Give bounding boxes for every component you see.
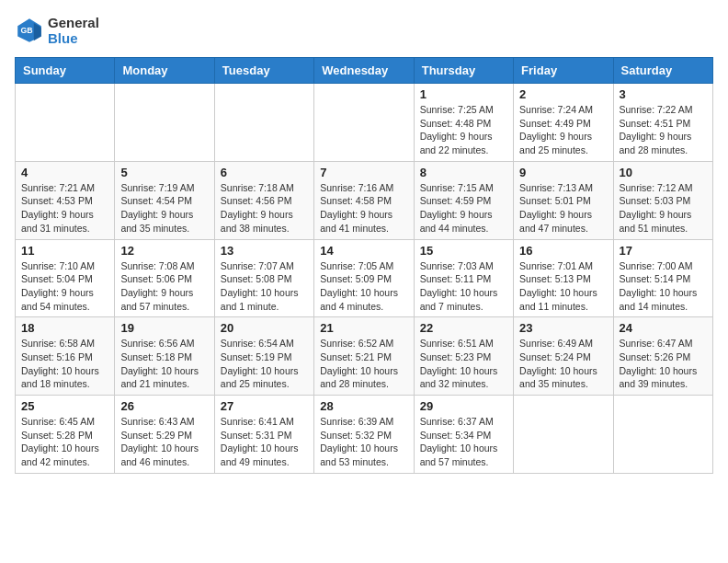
day-info: Sunrise: 6:51 AM Sunset: 5:23 PM Dayligh… [420,337,507,391]
calendar-cell: 24Sunrise: 6:47 AM Sunset: 5:26 PM Dayli… [613,317,712,396]
day-info: Sunrise: 7:12 AM Sunset: 5:03 PM Dayligh… [620,181,707,236]
logo: GB General Blue [15,15,99,46]
col-header-monday: Monday [115,58,214,84]
day-number: 22 [420,321,507,335]
day-info: Sunrise: 7:22 AM Sunset: 4:51 PM Dayligh… [620,103,707,157]
col-header-saturday: Saturday [613,58,712,84]
col-header-wednesday: Wednesday [314,58,414,84]
day-number: 7 [320,166,407,179]
calendar-week-row: 4Sunrise: 7:21 AM Sunset: 4:53 PM Daylig… [16,161,713,239]
page-header: GB General Blue [15,15,713,46]
calendar-cell: 2Sunrise: 7:24 AM Sunset: 4:49 PM Daylig… [514,84,613,162]
calendar-cell [514,396,613,474]
calendar-cell: 3Sunrise: 7:22 AM Sunset: 4:51 PM Daylig… [613,84,712,162]
day-info: Sunrise: 7:10 AM Sunset: 5:04 PM Dayligh… [21,259,108,314]
day-number: 23 [519,321,607,335]
day-info: Sunrise: 7:13 AM Sunset: 5:01 PM Dayligh… [519,181,607,236]
calendar-cell: 25Sunrise: 6:45 AM Sunset: 5:28 PM Dayli… [16,396,115,474]
calendar-week-row: 11Sunrise: 7:10 AM Sunset: 5:04 PM Dayli… [16,239,713,317]
day-info: Sunrise: 6:43 AM Sunset: 5:29 PM Dayligh… [120,415,208,469]
calendar-table: SundayMondayTuesdayWednesdayThursdayFrid… [15,57,713,474]
calendar-cell: 18Sunrise: 6:58 AM Sunset: 5:16 PM Dayli… [16,317,115,396]
day-info: Sunrise: 7:01 AM Sunset: 5:13 PM Dayligh… [519,259,607,314]
col-header-thursday: Thursday [414,58,513,84]
day-info: Sunrise: 7:15 AM Sunset: 4:59 PM Dayligh… [420,181,507,236]
day-info: Sunrise: 6:45 AM Sunset: 5:28 PM Dayligh… [21,415,108,469]
calendar-cell [115,84,214,162]
day-info: Sunrise: 7:21 AM Sunset: 4:53 PM Dayligh… [21,181,108,236]
calendar-cell: 5Sunrise: 7:19 AM Sunset: 4:54 PM Daylig… [115,161,214,239]
day-info: Sunrise: 6:54 AM Sunset: 5:19 PM Dayligh… [221,337,308,391]
calendar-cell: 10Sunrise: 7:12 AM Sunset: 5:03 PM Dayli… [613,161,712,239]
calendar-cell: 20Sunrise: 6:54 AM Sunset: 5:19 PM Dayli… [214,317,313,396]
day-number: 25 [21,399,108,413]
calendar-cell: 26Sunrise: 6:43 AM Sunset: 5:29 PM Dayli… [115,396,214,474]
day-number: 5 [120,166,208,179]
day-info: Sunrise: 7:03 AM Sunset: 5:11 PM Dayligh… [420,259,507,314]
day-number: 11 [21,244,108,258]
col-header-tuesday: Tuesday [214,58,313,84]
calendar-week-row: 25Sunrise: 6:45 AM Sunset: 5:28 PM Dayli… [16,396,713,474]
logo-icon: GB [15,16,44,45]
calendar-cell [314,84,414,162]
day-number: 28 [320,399,407,413]
calendar-cell: 19Sunrise: 6:56 AM Sunset: 5:18 PM Dayli… [115,317,214,396]
calendar-cell [16,84,115,162]
day-number: 24 [620,321,707,335]
day-number: 21 [320,321,407,335]
day-info: Sunrise: 7:07 AM Sunset: 5:08 PM Dayligh… [221,259,308,314]
day-number: 4 [21,166,108,179]
day-number: 19 [120,321,208,335]
day-info: Sunrise: 7:08 AM Sunset: 5:06 PM Dayligh… [120,259,208,314]
day-number: 16 [519,244,607,258]
day-number: 3 [620,87,707,101]
day-info: Sunrise: 6:47 AM Sunset: 5:26 PM Dayligh… [620,337,707,391]
day-info: Sunrise: 6:56 AM Sunset: 5:18 PM Dayligh… [120,337,208,391]
calendar-cell: 21Sunrise: 6:52 AM Sunset: 5:21 PM Dayli… [314,317,414,396]
day-number: 17 [620,244,707,258]
calendar-header-row: SundayMondayTuesdayWednesdayThursdayFrid… [16,58,713,84]
day-info: Sunrise: 7:18 AM Sunset: 4:56 PM Dayligh… [221,181,308,236]
day-number: 6 [221,166,308,179]
calendar-cell [214,84,313,162]
day-number: 15 [420,244,507,258]
calendar-cell: 16Sunrise: 7:01 AM Sunset: 5:13 PM Dayli… [514,239,613,317]
calendar-cell: 14Sunrise: 7:05 AM Sunset: 5:09 PM Dayli… [314,239,414,317]
svg-text:GB: GB [20,26,32,35]
day-number: 14 [320,244,407,258]
day-number: 26 [120,399,208,413]
calendar-cell: 1Sunrise: 7:25 AM Sunset: 4:48 PM Daylig… [414,84,513,162]
calendar-cell: 15Sunrise: 7:03 AM Sunset: 5:11 PM Dayli… [414,239,513,317]
calendar-cell: 29Sunrise: 6:37 AM Sunset: 5:34 PM Dayli… [414,396,513,474]
day-number: 1 [420,87,507,101]
day-info: Sunrise: 6:39 AM Sunset: 5:32 PM Dayligh… [320,415,407,469]
calendar-cell: 17Sunrise: 7:00 AM Sunset: 5:14 PM Dayli… [613,239,712,317]
calendar-cell: 8Sunrise: 7:15 AM Sunset: 4:59 PM Daylig… [414,161,513,239]
calendar-cell: 13Sunrise: 7:07 AM Sunset: 5:08 PM Dayli… [214,239,313,317]
day-info: Sunrise: 6:58 AM Sunset: 5:16 PM Dayligh… [21,337,108,391]
day-info: Sunrise: 7:00 AM Sunset: 5:14 PM Dayligh… [620,259,707,314]
day-number: 8 [420,166,507,179]
day-info: Sunrise: 6:41 AM Sunset: 5:31 PM Dayligh… [221,415,308,469]
day-number: 29 [420,399,507,413]
calendar-cell [613,396,712,474]
day-number: 18 [21,321,108,335]
calendar-cell: 6Sunrise: 7:18 AM Sunset: 4:56 PM Daylig… [214,161,313,239]
day-number: 12 [120,244,208,258]
day-info: Sunrise: 7:05 AM Sunset: 5:09 PM Dayligh… [320,259,407,314]
day-info: Sunrise: 6:52 AM Sunset: 5:21 PM Dayligh… [320,337,407,391]
calendar-cell: 22Sunrise: 6:51 AM Sunset: 5:23 PM Dayli… [414,317,513,396]
calendar-cell: 27Sunrise: 6:41 AM Sunset: 5:31 PM Dayli… [214,396,313,474]
day-number: 2 [519,87,607,101]
day-info: Sunrise: 7:24 AM Sunset: 4:49 PM Dayligh… [519,103,607,157]
calendar-cell: 28Sunrise: 6:39 AM Sunset: 5:32 PM Dayli… [314,396,414,474]
logo-text: General Blue [48,15,99,46]
calendar-week-row: 18Sunrise: 6:58 AM Sunset: 5:16 PM Dayli… [16,317,713,396]
day-number: 20 [221,321,308,335]
day-info: Sunrise: 7:16 AM Sunset: 4:58 PM Dayligh… [320,181,407,236]
calendar-week-row: 1Sunrise: 7:25 AM Sunset: 4:48 PM Daylig… [16,84,713,162]
day-number: 10 [620,166,707,179]
calendar-cell: 11Sunrise: 7:10 AM Sunset: 5:04 PM Dayli… [16,239,115,317]
calendar-cell: 23Sunrise: 6:49 AM Sunset: 5:24 PM Dayli… [514,317,613,396]
calendar-cell: 7Sunrise: 7:16 AM Sunset: 4:58 PM Daylig… [314,161,414,239]
